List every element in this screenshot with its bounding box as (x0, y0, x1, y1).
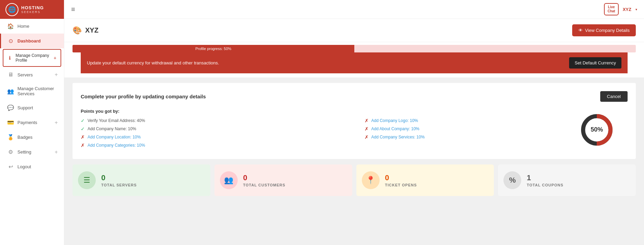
point-item-0: ✓ Verify Your Email Address: 40% (81, 118, 344, 123)
point-item-2: ✗ Add Company Location: 10% (81, 134, 344, 140)
sidebar-item-support-label: Support (17, 105, 33, 110)
page-title-icon: 🎨 (73, 26, 82, 35)
sidebar-item-badges-label: Badges (17, 135, 32, 140)
logo-text: HOSTING SEEKERS (21, 5, 44, 14)
point-item-1: ✓ Add Company Name: 10% (81, 126, 344, 132)
points-area: Points you got by: ✓ Verify Your Email A… (81, 109, 628, 151)
sidebar-item-setting[interactable]: ⚙ Setting + (0, 145, 64, 159)
progress-bar-fill: Profile progress: 50% (73, 45, 354, 52)
cross-icon-r1: ✗ (365, 126, 369, 132)
topbar-right: LiveChat XYZ ▾ (604, 3, 637, 15)
page-content: 🎨 XYZ 👁 View Company Details Profile pro… (64, 19, 644, 245)
sidebar-item-logout-label: Logout (17, 164, 31, 169)
page-title: XYZ (85, 26, 98, 34)
check-icon-0: ✓ (81, 118, 85, 123)
servers-stat-icon: ☰ (83, 176, 90, 185)
set-currency-button[interactable]: Set Default Currency (569, 57, 621, 69)
stat-card-servers: ☰ 0 TOTAL SERVERS (73, 164, 210, 196)
alert-section: Update your default currency for withdra… (64, 52, 644, 77)
eye-icon: 👁 (578, 28, 583, 33)
page-header: 🎨 XYZ 👁 View Company Details (64, 19, 644, 42)
alert-text: Update your default currency for withdra… (87, 60, 219, 65)
info-icon: ℹ (8, 55, 12, 61)
user-caret-icon[interactable]: ▾ (635, 8, 637, 11)
point-text-1: Add Company Name: 10% (88, 126, 136, 131)
point-link-3[interactable]: Add Company Categories: 10% (88, 143, 145, 148)
user-label[interactable]: XYZ (623, 7, 631, 12)
coupons-stat-label: TOTAL COUPONS (527, 183, 563, 187)
point-item-3: ✗ Add Company Categories: 10% (81, 143, 344, 148)
sidebar-item-dashboard-label: Dashboard (17, 38, 41, 44)
sidebar-item-manage-company-label: Manage Company Profile (15, 53, 50, 63)
cross-icon-r0: ✗ (365, 118, 369, 123)
tickets-stat-number: 0 (385, 173, 389, 182)
sidebar-item-payments-label: Payments (17, 120, 37, 125)
coupons-stat-number: 1 (527, 173, 531, 182)
sidebar-item-manage-customer-label: Manage Customer Services (17, 86, 58, 96)
sidebar-item-payments[interactable]: 💳 Payments + (0, 115, 64, 130)
point-link-r2[interactable]: Add Company Services: 10% (371, 135, 425, 139)
cancel-button[interactable]: Cancel (600, 91, 628, 102)
tickets-stat-label: TICKET OPENS (385, 183, 417, 187)
customer-icon: 👥 (7, 88, 14, 95)
point-link-r1[interactable]: Add About Company: 10% (371, 126, 420, 131)
sidebar-item-badges[interactable]: 🏅 Badges (0, 130, 64, 145)
customers-stat-icon: 👥 (224, 176, 233, 185)
coupons-stat-icon-wrap: % (503, 171, 521, 189)
points-col-left: ✓ Verify Your Email Address: 40% ✓ Add C… (81, 118, 344, 151)
point-link-2[interactable]: Add Company Location: 10% (88, 135, 141, 139)
plus-icon-servers: + (55, 72, 58, 78)
livechat-label: LiveChat (607, 5, 615, 13)
sidebar-item-servers[interactable]: 🖥 Servers + (0, 68, 64, 82)
point-text-0: Verify Your Email Address: 40% (88, 118, 145, 123)
coupons-stat-info: 1 TOTAL COUPONS (527, 173, 563, 187)
sidebar: 🌐 HOSTING SEEKERS 🏠 Home ⊙ Dashboard ℹ M… (0, 0, 64, 245)
main-area: ≡ LiveChat XYZ ▾ 🎨 XYZ 👁 View Company De… (64, 0, 644, 245)
stat-card-coupons: % 1 TOTAL COUPONS (498, 164, 636, 196)
home-icon: 🏠 (7, 23, 14, 29)
points-label: Points you got by: (81, 109, 628, 114)
setting-icon: ⚙ (7, 149, 14, 155)
cross-icon-r2: ✗ (365, 134, 369, 140)
progress-section: Profile progress: 50% (64, 42, 644, 52)
plus-icon-setting: + (55, 149, 58, 155)
topbar-left: ≡ (71, 5, 75, 13)
profile-card-title: Complete your profile by updating compan… (81, 94, 206, 99)
support-icon: 💬 (7, 105, 14, 111)
view-company-label: View Company Details (585, 28, 630, 33)
sidebar-item-support[interactable]: 💬 Support (0, 100, 64, 115)
point-link-r0[interactable]: Add Company Logo: 10% (371, 118, 418, 123)
sidebar-logo: 🌐 HOSTING SEEKERS (0, 0, 64, 19)
livechat-button[interactable]: LiveChat (604, 3, 618, 15)
view-company-button[interactable]: 👁 View Company Details (572, 24, 636, 36)
logout-icon: ↩ (7, 163, 14, 170)
points-content: Points you got by: ✓ Verify Your Email A… (81, 109, 628, 151)
servers-stat-number: 0 (101, 173, 105, 182)
servers-stat-label: TOTAL SERVERS (101, 183, 137, 187)
sidebar-item-manage-customer[interactable]: 👥 Manage Customer Services (0, 82, 64, 100)
sidebar-item-logout[interactable]: ↩ Logout (0, 159, 64, 174)
profile-card: Complete your profile by updating compan… (73, 83, 636, 159)
sidebar-item-home[interactable]: 🏠 Home (0, 19, 64, 34)
cross-icon-3: ✗ (81, 143, 85, 148)
donut-label: 50% (591, 126, 603, 133)
profile-card-header: Complete your profile by updating compan… (81, 91, 628, 102)
stat-card-tickets: 📍 0 TICKET OPENS (356, 164, 494, 196)
plus-icon-manage-company: + (54, 55, 56, 61)
customers-stat-label: TOTAL CUSTOMERS (243, 183, 286, 187)
customers-stat-info: 0 TOTAL CUSTOMERS (243, 173, 286, 187)
progress-bar: Profile progress: 50% (73, 45, 636, 52)
servers-icon: 🖥 (7, 72, 14, 78)
hamburger-icon[interactable]: ≡ (71, 5, 75, 13)
logo-icon: 🌐 (5, 3, 18, 16)
check-icon-1: ✓ (81, 126, 85, 132)
alert-banner: Update your default currency for withdra… (81, 52, 628, 73)
sidebar-item-dashboard[interactable]: ⊙ Dashboard (0, 34, 64, 48)
sidebar-nav: 🏠 Home ⊙ Dashboard ℹ Manage Company Prof… (0, 19, 64, 245)
customers-stat-number: 0 (243, 173, 247, 182)
donut-chart: 50% (580, 113, 614, 147)
topbar: ≡ LiveChat XYZ ▾ (64, 0, 644, 19)
payments-icon: 💳 (7, 119, 14, 126)
customers-stat-icon-wrap: 👥 (220, 171, 238, 189)
sidebar-item-manage-company[interactable]: ℹ Manage Company Profile + (3, 49, 61, 67)
